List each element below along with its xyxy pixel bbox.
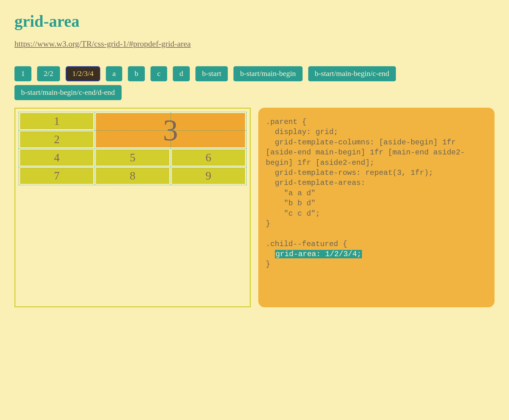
code-line: .parent { xyxy=(266,118,307,126)
grid-cell: 1 xyxy=(20,113,93,129)
code-highlight: grid-area: 1/2/3/4; xyxy=(275,250,362,258)
option-b-start[interactable]: b-start xyxy=(195,66,228,81)
code-line: grid-template-rows: repeat(3, 1fr); xyxy=(266,169,433,177)
option-b-start-main-begin-c-end[interactable]: b-start/main-begin/c-end xyxy=(308,66,396,81)
code-line: "c c d"; xyxy=(266,209,320,218)
grid-cell: 7 xyxy=(20,168,93,184)
option-b-start-main-begin-c-end-d-end[interactable]: b-start/main-begin/c-end/d-end xyxy=(14,85,122,100)
option-d[interactable]: d xyxy=(173,66,190,81)
code-line: } xyxy=(266,260,270,268)
code-line: display: grid; xyxy=(266,128,338,136)
grid-cell: 9 xyxy=(172,168,245,184)
grid-cell: 4 xyxy=(20,150,93,165)
code-line: "b b d" xyxy=(266,199,315,207)
grid-cell: 6 xyxy=(172,150,245,165)
option-1-2-3-4[interactable]: 1/2/3/4 xyxy=(66,66,100,81)
code-line: .child--featured { xyxy=(266,240,347,248)
grid-cell: 5 xyxy=(96,150,169,165)
option-c[interactable]: c xyxy=(151,66,167,81)
grid-cell: 8 xyxy=(96,168,169,184)
grid-demo: 1 2 3 4 5 6 7 8 9 xyxy=(19,112,247,185)
option-b-start-main-begin[interactable]: b-start/main-begin xyxy=(233,66,302,81)
spec-link[interactable]: https://www.w3.org/TR/css-grid-1/#propde… xyxy=(14,39,191,48)
code-line: grid-template-areas: xyxy=(266,179,365,187)
value-options: 12/21/2/3/4abcdb-startb-start/main-begin… xyxy=(14,66,495,100)
option-1[interactable]: 1 xyxy=(14,66,31,81)
code-panel: .parent { display: grid; grid-template-c… xyxy=(258,108,495,307)
option-a[interactable]: a xyxy=(106,66,123,81)
option-2-2[interactable]: 2/2 xyxy=(37,66,60,81)
option-b[interactable]: b xyxy=(128,66,145,81)
code-line: } xyxy=(266,219,270,228)
code-line: "a a d" xyxy=(266,189,315,197)
code-line: grid-template-columns: [aside-begin] 1fr… xyxy=(266,138,465,167)
grid-cell: 2 xyxy=(20,132,93,147)
demo-panel: 1 2 3 4 5 6 7 8 9 xyxy=(14,108,251,307)
page-title: grid-area xyxy=(14,12,495,30)
